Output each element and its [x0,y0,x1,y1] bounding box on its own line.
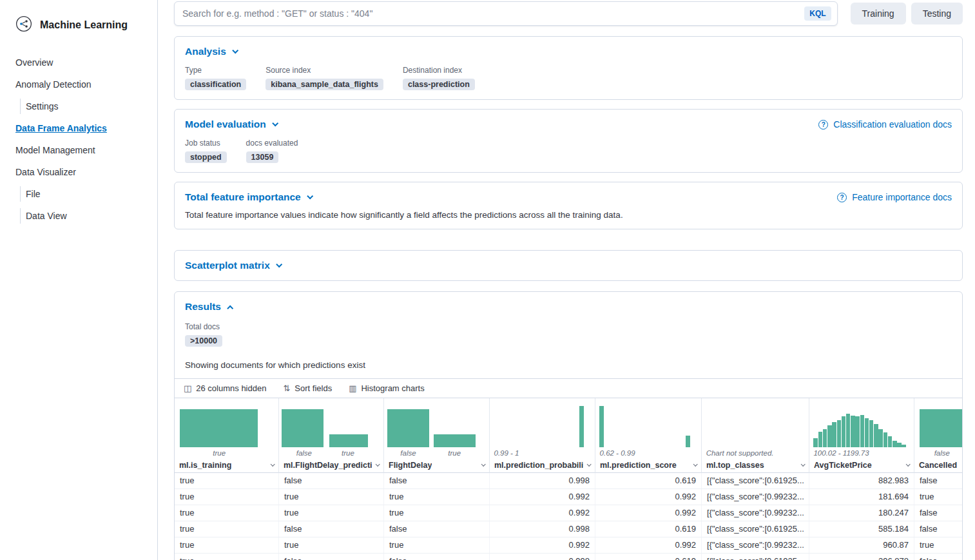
sidebar-item-file[interactable]: File [0,186,157,202]
cell-FlightDelay: false [384,554,490,560]
feature-importance-docs-link[interactable]: ? Feature importance docs [837,192,952,202]
chevron-down-icon [272,120,278,126]
cell-ml.FlightDelay_prediction: false [279,473,384,488]
histogram-AvgTicketPrice: 100.02 - 1199.73 [809,398,914,458]
kql-badge[interactable]: KQL [804,6,831,21]
column-header-ml.prediction_score[interactable]: ml.prediction_score [595,458,702,473]
histogram-Cancelled: false [914,398,962,458]
column-header-ml.FlightDelay_prediction[interactable]: ml.FlightDelay_prediction [279,458,384,473]
scatterplot-matrix-panel-toggle[interactable]: Scatterplot matrix [185,260,281,271]
search-input[interactable] [182,8,804,19]
analysis-fields: TypeclassificationSource indexkibana_sam… [185,66,952,90]
testing-button[interactable]: Testing [911,3,963,24]
histogram-ml.prediction_score: 0.62 - 0.99 [595,398,702,458]
histogram-bar [599,406,604,447]
column-header-Cancelled[interactable]: Cancelled [914,458,962,473]
cell-ml.is_training: true [175,489,279,505]
column-name: ml.prediction_probability [494,461,583,470]
sidebar-item-data-visualizer[interactable]: Data Visualizer [0,164,157,180]
cell-ml.top_classes: [{"class_score":[0.99232... [702,489,809,505]
feature-importance-panel-toggle[interactable]: Total feature importance [185,191,312,203]
cell-AvgTicketPrice: 960.87 [809,537,914,553]
results-panel: Results Total docs >10000 Showing docume… [174,291,963,560]
column-name: FlightDelay [389,461,432,470]
cell-Cancelled: false [914,505,962,521]
results-panel-toggle[interactable]: Results [185,301,232,313]
analysis-panel-title: Analysis [185,46,226,57]
histogram-bar [851,416,854,447]
cell-AvgTicketPrice: 585.184 [809,521,914,537]
total-docs-badge: >10000 [185,335,222,347]
chevron-up-icon [227,305,233,311]
cell-ml.prediction_score: 0.992 [595,489,702,505]
sidebar-item-data-view[interactable]: Data View [0,208,157,224]
histogram-ml.prediction_probability: 0.99 - 1 [490,398,595,458]
column-header-FlightDelay[interactable]: FlightDelay [384,458,490,473]
help-icon: ? [837,193,847,202]
cell-ml.prediction_score: 0.619 [595,521,702,537]
table-row[interactable]: truefalsefalse0.9980.619[{"class_score":… [175,554,962,560]
model-evaluation-fields: Job statusstoppeddocs evaluated13059 [185,139,952,163]
histogram-bar [387,409,429,447]
cell-Cancelled: false [914,473,962,488]
cell-ml.prediction_probability: 0.992 [490,537,595,553]
histogram-bar [883,432,887,447]
columns-hidden-label: 26 columns hidden [196,383,266,393]
sidebar-item-overview[interactable]: Overview [0,54,157,71]
table-row[interactable]: truetruetrue0.9920.992[{"class_score":[0… [175,505,962,521]
table-row[interactable]: truefalsefalse0.9980.619[{"class_score":… [175,521,962,537]
histogram-charts-button[interactable]: ▥ Histogram charts [343,381,430,396]
analysis-panel-toggle[interactable]: Analysis [185,46,237,57]
chevron-down-icon [376,461,380,466]
grid-hist-row: truefalsetruefalsetrue0.99 - 10.62 - 0.9… [175,398,962,458]
sidebar-item-anomaly-detection[interactable]: Anomaly Detection [0,76,157,93]
grid-toolbar: ◫ 26 columns hidden ⇅ Sort fields ▥ Hist… [175,378,962,398]
classification-evaluation-docs-link[interactable]: ? Classification evaluation docs [818,119,952,130]
column-header-ml.is_training[interactable]: ml.is_training [175,458,279,473]
sort-fields-label: Sort fields [294,383,332,393]
column-name: ml.is_training [179,461,231,470]
cell-Cancelled: true [914,489,962,505]
histogram-ml.top_classes: Chart not supported. [702,398,809,458]
cell-ml.prediction_probability: 0.998 [490,473,595,488]
training-button[interactable]: Training [851,3,906,24]
histogram-bar [920,409,962,447]
column-header-ml.prediction_probability[interactable]: ml.prediction_probability [490,458,595,473]
cell-ml.top_classes: [{"class_score":[0.61925... [702,473,809,488]
results-panel-title: Results [185,301,221,313]
doc-link-label: Classification evaluation docs [833,119,952,130]
cell-FlightDelay: true [384,537,490,553]
sidebar-item-settings[interactable]: Settings [0,98,157,115]
results-subtitle: Showing documents for which predictions … [185,360,952,370]
cell-FlightDelay: false [384,473,490,488]
histogram-bar [869,420,873,447]
cell-ml.is_training: true [175,505,279,521]
model-evaluation-panel-toggle[interactable]: Model evaluation [185,119,277,130]
sidebar: Machine Learning OverviewAnomaly Detecti… [0,0,158,560]
sort-fields-button[interactable]: ⇅ Sort fields [278,381,337,396]
results-data-grid: truefalsetruefalsetrue0.99 - 10.62 - 0.9… [175,398,962,560]
column-header-AvgTicketPrice[interactable]: AvgTicketPrice [809,458,914,473]
histogram-bar [434,434,476,447]
sidebar-item-model-management[interactable]: Model Management [0,142,157,159]
table-row[interactable]: truetruetrue0.9920.992[{"class_score":[0… [175,537,962,554]
sidebar-item-data-frame-analytics[interactable]: Data Frame Analytics [0,120,157,137]
histogram-bar [878,429,882,447]
column-name: Cancelled [919,461,957,470]
histogram-bar [842,416,845,447]
search-box[interactable]: KQL [174,1,838,26]
chevron-down-icon [481,461,486,466]
columns-hidden-button[interactable]: ◫ 26 columns hidden [179,381,271,396]
cell-FlightDelay: true [384,505,490,521]
histogram-bar [874,424,878,447]
feature-importance-description: Total feature importance values indicate… [185,210,952,220]
column-header-ml.top_classes[interactable]: ml.top_classes [702,458,809,473]
field-value-badge: classification [185,79,246,90]
feature-importance-panel: Total feature importance ? Feature impor… [174,182,963,229]
chevron-down-icon [307,193,313,199]
histogram-bar [818,432,822,447]
cell-ml.top_classes: [{"class_score":[0.61925... [702,521,809,537]
table-row[interactable]: truetruetrue0.9920.992[{"class_score":[0… [175,489,962,505]
table-row[interactable]: truefalsefalse0.9980.619[{"class_score":… [175,473,962,489]
cell-ml.prediction_score: 0.619 [595,554,702,560]
